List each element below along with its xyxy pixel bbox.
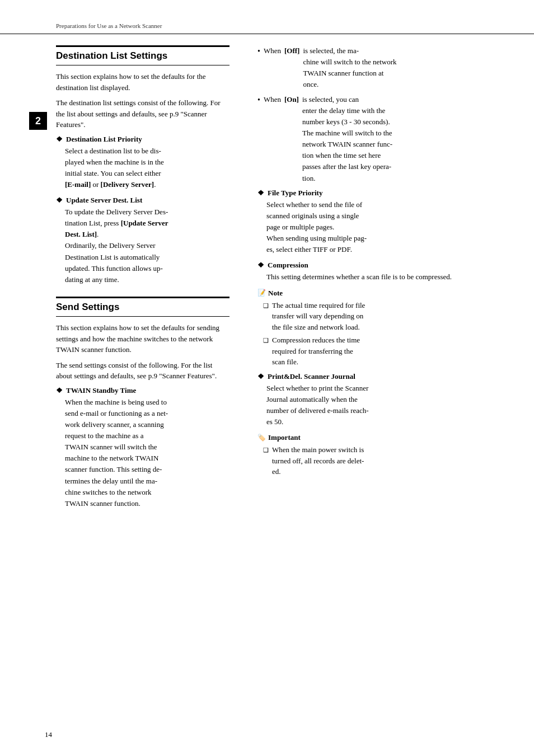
subsection-title-twain: ❖ TWAIN Standby Time	[56, 386, 229, 395]
right-column: When [Off] is selected, the ma- chine wi…	[241, 45, 506, 515]
content-area: Destination List Settings This section e…	[0, 34, 534, 515]
diamond-icon-usd: ❖	[56, 196, 63, 205]
subsection-body-ftp: Select whether to send the file of scann…	[266, 199, 478, 256]
subsection-title-ftp: ❖ File Type Priority	[257, 189, 478, 198]
subsection-twain-standby: ❖ TWAIN Standby Time When the machine is…	[56, 386, 229, 509]
send-intro-2: The send settings consist of the followi…	[56, 360, 229, 382]
diamond-icon-print-del: ❖	[257, 372, 264, 381]
send-intro-1: This section explains how to set the def…	[56, 322, 229, 355]
note-list: The actual time required for file transf…	[257, 300, 478, 368]
subsection-body-usd: To update the Delivery Server Des- tinat…	[65, 206, 229, 285]
subsection-title-compression: ❖ Compression	[257, 261, 478, 270]
important-list: When the main power switch is turned off…	[257, 444, 478, 477]
important-title: 🏷️ Important	[257, 433, 478, 442]
subsection-body-compression: This setting determines whether a scan f…	[266, 271, 478, 283]
subsection-title-print-del: ❖ Print&Del. Scanner Journal	[257, 372, 478, 381]
page: Preparations for Use as a Network Scanne…	[0, 0, 534, 756]
diamond-icon-compression: ❖	[257, 261, 264, 270]
subsection-body-print-del: Select whether to print the Scanner Jour…	[266, 383, 478, 428]
note-icon: 📝	[257, 289, 266, 297]
important-section: 🏷️ Important When the main power switch …	[257, 433, 478, 477]
section-destination-list-settings: Destination List Settings This section e…	[56, 45, 229, 285]
diamond-icon-twain: ❖	[56, 386, 63, 395]
bullet-item-off: When [Off] is selected, the ma- chine wi…	[257, 45, 478, 91]
note-title: 📝 Note	[257, 289, 478, 298]
page-number: 14	[45, 730, 52, 739]
chapter-badge: 2	[29, 112, 47, 130]
diamond-icon-dlp: ❖	[56, 135, 63, 144]
diamond-icon-ftp: ❖	[257, 189, 264, 198]
bullet-item-on: When [On] is selected, you can enter the…	[257, 94, 478, 184]
subsection-print-del: ❖ Print&Del. Scanner Journal Select whet…	[257, 372, 478, 428]
subsection-title-usd: ❖ Update Server Dest. List	[56, 196, 229, 205]
subsection-compression: ❖ Compression This setting determines wh…	[257, 261, 478, 283]
section-title-send: Send Settings	[56, 297, 229, 317]
note-section: 📝 Note The actual time required for file…	[257, 289, 478, 368]
subsection-title-dlp: ❖ Destination List Priority	[56, 135, 229, 144]
subsection-destination-list-priority: ❖ Destination List Priority Select a des…	[56, 135, 229, 191]
note-item-2: Compression reduces the time required fo…	[263, 335, 478, 368]
subsection-body-twain: When the machine is being used to send e…	[65, 397, 229, 509]
breadcrumb: Preparations for Use as a Network Scanne…	[0, 22, 534, 34]
note-item-1: The actual time required for file transf…	[263, 300, 478, 333]
section-send-settings: Send Settings This section explains how …	[56, 297, 229, 509]
section-title-destination: Destination List Settings	[56, 45, 229, 65]
important-icon: 🏷️	[257, 434, 266, 442]
section-intro-1: This section explains how to set the def…	[56, 71, 229, 93]
twain-options-list: When [Off] is selected, the ma- chine wi…	[257, 45, 478, 184]
subsection-file-type-priority: ❖ File Type Priority Select whether to s…	[257, 189, 478, 256]
subsection-body-dlp: Select a destination list to be dis- pla…	[65, 145, 229, 191]
important-item-1: When the main power switch is turned off…	[263, 444, 478, 477]
subsection-update-server: ❖ Update Server Dest. List To update the…	[56, 196, 229, 285]
section-intro-2: The destination list settings consist of…	[56, 97, 229, 130]
